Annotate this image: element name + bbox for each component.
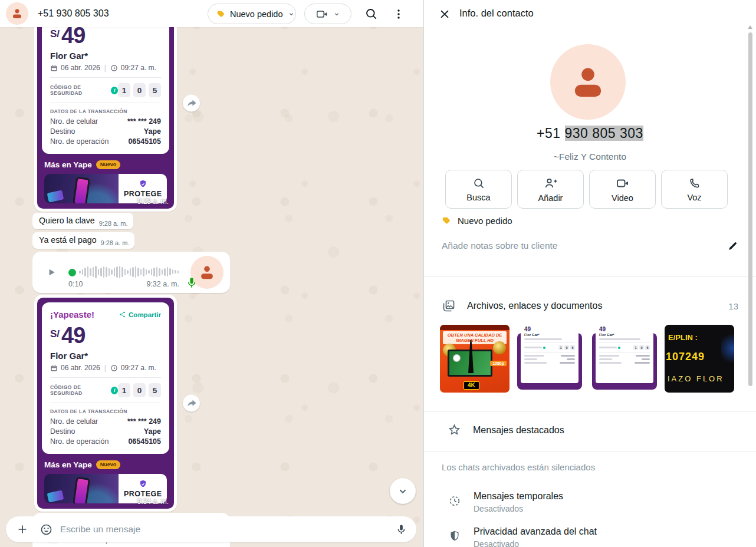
yape-receipt-image[interactable]: ¡Yapeaste! Compartir S/49 Flor Gar* (37, 27, 174, 209)
media-thumbnail-plin[interactable]: E/PLIN : 107249 IAZO FLOR (665, 325, 734, 393)
payee-name: Flor Gar* (50, 351, 161, 361)
label-row[interactable]: Nuevo pedido (441, 216, 512, 226)
disappearing-messages-row[interactable]: Mensajes temporales Desactivados (448, 491, 563, 513)
divider (424, 452, 756, 452)
panel-scrollbar[interactable] (748, 32, 752, 386)
security-code: 105 (118, 383, 161, 397)
emoji-button[interactable] (34, 518, 58, 541)
row-status: Desactivados (474, 504, 563, 513)
label-tag-icon (216, 9, 225, 19)
media-links-docs-row[interactable]: Archivos, enlaces y documentos 13 (442, 296, 738, 315)
more-in-yape-label: Más en Yape (44, 460, 92, 469)
calendar-icon (50, 364, 58, 372)
contact-phone-header[interactable]: +51 930 805 303 (38, 8, 109, 19)
chat-header: +51 930 805 303 Nuevo pedido (0, 0, 423, 27)
pencil-icon (727, 240, 738, 252)
person-icon (197, 262, 217, 282)
label-tag-icon (441, 216, 451, 226)
share-button[interactable]: Compartir (119, 311, 161, 318)
scroll-to-bottom-button[interactable] (390, 478, 416, 504)
shield-icon (448, 530, 462, 547)
contact-avatar[interactable] (6, 2, 28, 25)
security-code: 105 (118, 83, 161, 97)
row-title: Privacidad avanzada del chat (474, 526, 597, 537)
shield-check-icon (138, 479, 148, 489)
menu-button[interactable] (392, 8, 405, 21)
label-name: Nuevo pedido (458, 216, 512, 226)
chevron-down-icon (333, 11, 340, 18)
message-text: Ya está el pago (39, 235, 97, 245)
video-call-button[interactable] (304, 4, 351, 24)
yape-title: ¡Yapeaste! (50, 309, 94, 319)
sender-avatar[interactable] (190, 256, 223, 289)
contact-actions: Busca Añadir Video Voz (445, 170, 728, 209)
video-camera-icon (315, 8, 328, 21)
clock-icon (110, 64, 118, 72)
advanced-chat-privacy-row[interactable]: Privacidad avanzada del chat Desactivado (448, 526, 597, 547)
text-message[interactable]: Quiero la clave 9:28 a. m. (32, 213, 133, 229)
person-icon (566, 60, 610, 104)
voice-message[interactable]: 0:10 9:32 a. m. (32, 252, 230, 293)
protege-label: PROTEGE (124, 490, 162, 498)
media-thumbnail-yape-receipt[interactable]: 49 Flor Gar* 105 (515, 325, 584, 393)
contact-avatar-large[interactable] (550, 44, 626, 120)
video-call-button[interactable]: Video (589, 170, 656, 209)
voice-waveform[interactable] (79, 263, 172, 280)
yape-receipt-image[interactable]: ¡Yapeaste! Compartir S/49 Flor Gar* (37, 298, 174, 509)
chevron-down-icon (288, 11, 295, 18)
media-thumbnail-yape-receipt[interactable]: 49 Flor Gar* 105 (590, 325, 659, 393)
star-icon (448, 423, 461, 437)
text-message[interactable]: Ya está el pago 9:28 a. m. (32, 232, 134, 249)
customer-notes: Añade notas sobre tu cliente (442, 240, 738, 252)
message-yape-receipt-1: ¡Yapeaste! Compartir S/49 Flor Gar* (34, 27, 177, 212)
edit-notes-button[interactable] (727, 240, 738, 252)
waveform-position-dot[interactable] (68, 269, 76, 276)
whatsapp-window: ¡Yapeaste! Compartir S/49 Flor Gar* (0, 0, 756, 547)
info-icon: i (111, 387, 118, 394)
row-status: Desactivado (474, 539, 597, 547)
chevron-down-icon (396, 485, 409, 497)
scrollbar-up-arrow[interactable] (748, 25, 752, 29)
security-code-label: CÓDIGO DE SEGURIDAD (50, 384, 108, 396)
search-chat-button[interactable]: Busca (445, 170, 512, 209)
archived-chats-note: Los chats archivados están silenciados (442, 462, 595, 472)
close-icon (438, 8, 451, 21)
message-composer (6, 516, 416, 542)
starred-messages-row[interactable]: Mensajes destacados (448, 423, 564, 437)
add-contact-button[interactable]: Añadir (517, 170, 584, 209)
kebab-menu-icon (392, 8, 405, 21)
panel-title: Info. del contacto (459, 8, 534, 19)
attach-button[interactable] (11, 518, 34, 541)
forward-button[interactable] (183, 95, 200, 112)
security-code-label: CÓDIGO DE SEGURIDAD (50, 84, 108, 96)
divider (424, 276, 756, 277)
voice-duration: 0:10 (68, 280, 83, 288)
starred-label: Mensajes destacados (473, 425, 564, 436)
voice-call-button[interactable]: Voz (661, 170, 728, 209)
media-thumbnail-antenna-ad[interactable]: OBTEN UNA CALIDAD DEIMAGEN FULL HD 1080p… (440, 325, 510, 393)
message-timestamp: 9:28 a. m. (99, 220, 128, 227)
close-panel-button[interactable] (436, 5, 453, 23)
transaction-data-label: DATOS DE LA TRANSACCIÓN (50, 108, 161, 114)
label-dropdown-button[interactable]: Nuevo pedido (208, 4, 296, 24)
yape-receipt-bubble[interactable]: ¡Yapeaste! Compartir S/49 Flor Gar* (34, 295, 177, 512)
phone-illustration (73, 477, 90, 503)
search-button[interactable] (364, 7, 378, 21)
chat-pane: ¡Yapeaste! Compartir S/49 Flor Gar* (0, 0, 423, 547)
forward-button[interactable] (183, 395, 200, 412)
play-icon[interactable] (46, 267, 57, 278)
transaction-data-label: DATOS DE LA TRANSACCIÓN (50, 408, 161, 414)
yape-receipt-bubble[interactable]: ¡Yapeaste! Compartir S/49 Flor Gar* (34, 27, 177, 212)
voice-record-button[interactable] (389, 518, 413, 541)
message-input[interactable] (60, 524, 389, 535)
message-timestamp: 9:32 a. m. (146, 280, 179, 288)
plus-icon (16, 523, 29, 536)
row-title: Mensajes temporales (474, 491, 563, 502)
media-thumbnails: OBTEN UNA CALIDAD DEIMAGEN FULL HD 1080p… (440, 325, 734, 393)
person-icon (10, 6, 24, 21)
emoji-smiley-icon (40, 523, 53, 536)
new-badge: Nuevo (96, 160, 121, 169)
more-in-yape-label: Más en Yape (44, 160, 92, 169)
clock-icon (110, 364, 118, 372)
notes-placeholder[interactable]: Añade notas sobre tu cliente (442, 240, 557, 251)
